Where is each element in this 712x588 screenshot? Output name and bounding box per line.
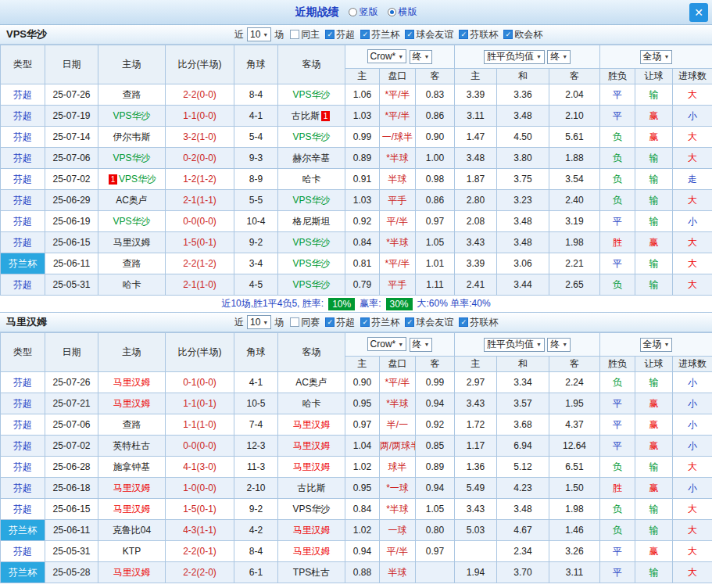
wdl-home-odds: 2.41	[455, 274, 497, 296]
checkbox-checked-icon[interactable]: ✓	[459, 30, 468, 39]
result-goals: 走	[673, 169, 712, 190]
result-wdl: 平	[600, 253, 635, 274]
filter-checked[interactable]: ✓球会友谊	[405, 316, 453, 329]
radio-selected-icon[interactable]	[388, 8, 396, 16]
filter-checked[interactable]: ✓球会友谊	[405, 28, 453, 41]
wdl-away-odds: 1.50	[549, 478, 600, 499]
filter-checked[interactable]: ✓芬超	[325, 316, 355, 329]
result-handicap: 输	[635, 148, 673, 169]
crow-handicap: *一球	[380, 478, 416, 499]
full-match-value: 全场	[643, 338, 662, 351]
col-crow-handicap: 盘口	[380, 357, 416, 372]
layout-radio-vertical[interactable]: 竖版	[349, 5, 378, 19]
dropdown-arrow-icon: ▼	[263, 320, 268, 325]
team-name: 马里汉姆	[113, 398, 151, 409]
league-cell: 芬超	[1, 148, 45, 169]
filter-checked[interactable]: ✓芬联杯	[459, 316, 498, 329]
result-handicap: 赢	[635, 106, 673, 127]
corners-cell: 8-4	[234, 541, 278, 562]
score-cell: 1-0(0-0)	[166, 478, 234, 499]
filter-checked[interactable]: ✓芬兰杯	[360, 316, 399, 329]
radio-unselected-icon[interactable]	[349, 8, 357, 16]
match-count-dropdown[interactable]: 10 ▼	[247, 315, 271, 329]
filter-checked[interactable]: ✓芬超	[325, 28, 355, 41]
filter-label: 球会友谊	[416, 316, 453, 329]
date-cell: 25-07-26	[45, 372, 98, 393]
odds-source-dropdown[interactable]: Crow*▼	[367, 337, 407, 351]
result-wdl: 胜	[600, 232, 635, 253]
full-match-dropdown[interactable]: 全场▼	[640, 338, 673, 352]
final-wdl-dropdown[interactable]: 终▼	[547, 338, 571, 352]
result-wdl: 平	[600, 211, 635, 232]
wdl-home-odds: 1.47	[455, 127, 497, 148]
wdl-avg-dropdown[interactable]: 胜平负均值▼	[484, 338, 545, 352]
final-wdl-dropdown[interactable]: 终▼	[547, 50, 571, 64]
filter-checked[interactable]: ✓芬联杯	[459, 28, 498, 41]
checkbox-checked-icon[interactable]: ✓	[325, 30, 335, 39]
corners-cell: 10-4	[234, 211, 278, 232]
result-wdl: 平	[600, 414, 635, 436]
table-header-row-1: 类型 日期 主场 比分(半场) 角球 客场 Crow*▼ 终▼ 胜平负均值▼ 终…	[1, 333, 712, 357]
crow-handicap: 一球	[380, 520, 416, 541]
col-result-goals: 进球数	[673, 69, 712, 84]
away-team-cell: TPS杜古	[278, 562, 345, 583]
games-label: 场	[274, 316, 284, 329]
wdl-away-odds: 1.95	[549, 393, 600, 414]
home-team-cell: 马里汉姆	[98, 499, 166, 520]
team-name: VPS华沙	[292, 131, 330, 142]
close-button[interactable]: ✕	[689, 3, 708, 22]
away-team-cell: VPS华沙	[278, 127, 345, 148]
date-cell: 25-06-15	[45, 232, 98, 253]
date-cell: 25-07-02	[45, 169, 98, 190]
team-name: 马里汉姆	[293, 525, 331, 536]
filter-label: 球会友谊	[416, 28, 453, 41]
layout-radio-horizontal[interactable]: 横版	[388, 5, 417, 19]
match-row: 芬超25-07-06查路1-1(1-0)7-4马里汉姆0.97半/一0.921.…	[1, 414, 712, 436]
red-card-badge: 1	[321, 111, 330, 121]
checkbox-checked-icon[interactable]: ✓	[405, 30, 414, 39]
checkbox-checked-icon[interactable]: ✓	[360, 30, 370, 39]
full-match-dropdown[interactable]: 全场▼	[640, 50, 673, 64]
odds-source-dropdown[interactable]: Crow*▼	[367, 49, 407, 63]
checkbox-checked-icon[interactable]: ✓	[360, 317, 370, 327]
checkbox-unchecked-icon[interactable]	[290, 317, 299, 327]
final-odds-dropdown[interactable]: 终▼	[410, 50, 433, 64]
wdl-home-odds: 1.36	[455, 457, 497, 478]
match-row: 芬超25-07-26马里汉姆0-1(0-0)4-1AC奥卢0.90*平/半0.9…	[1, 372, 712, 393]
match-count-dropdown[interactable]: 10 ▼	[247, 27, 271, 41]
filter-unchecked[interactable]: 同赛	[290, 316, 320, 329]
wdl-away-odds: 2.04	[549, 84, 600, 106]
filter-checked[interactable]: ✓芬兰杯	[360, 28, 399, 41]
crow-away-odds: 1.11	[416, 274, 455, 296]
result-wdl: 平	[600, 393, 635, 414]
score-cell: 0-2(0-0)	[166, 148, 234, 169]
result-goals: 大	[673, 274, 712, 296]
summary-text: 近10场,胜1平4负5, 胜率:	[221, 297, 324, 310]
away-team-cell: 马里汉姆	[278, 457, 345, 478]
team-name: 赫尔辛基	[293, 152, 331, 163]
checkbox-checked-icon[interactable]: ✓	[503, 30, 513, 39]
corners-cell: 9-2	[234, 499, 278, 520]
crow-away-odds: 0.94	[416, 393, 455, 414]
checkbox-checked-icon[interactable]: ✓	[325, 317, 335, 327]
league-cell: 芬兰杯	[1, 562, 45, 583]
wdl-away-odds: 2.24	[549, 372, 600, 393]
panel-title: 近期战绩	[295, 5, 339, 20]
checkbox-checked-icon[interactable]: ✓	[405, 317, 414, 327]
filter-unchecked[interactable]: 同主	[290, 28, 320, 41]
dropdown-arrow-icon: ▼	[398, 54, 403, 59]
wdl-avg-dropdown[interactable]: 胜平负均值▼	[484, 50, 545, 64]
league-cell: 芬超	[1, 541, 45, 562]
col-result-wdl: 胜负	[600, 69, 635, 84]
result-wdl: 平	[600, 436, 635, 457]
filter-label: 欧会杯	[514, 28, 542, 41]
crow-handicap: 半球	[380, 169, 416, 190]
checkbox-unchecked-icon[interactable]	[290, 30, 299, 39]
checkbox-checked-icon[interactable]: ✓	[459, 317, 468, 327]
summary-mid-label: 赢率:	[360, 297, 381, 310]
filter-checked[interactable]: ✓欧会杯	[503, 28, 542, 41]
match-row: 芬超25-07-19VPS华沙1-1(0-0)4-1古比斯11.03*平/半0.…	[1, 106, 712, 127]
crow-home-odds: 1.02	[345, 520, 380, 541]
final-odds-dropdown[interactable]: 终▼	[410, 338, 433, 352]
match-row: 芬兰杯25-06-11查路2-2(1-2)3-4VPS华沙0.81*平/半1.0…	[1, 253, 712, 274]
